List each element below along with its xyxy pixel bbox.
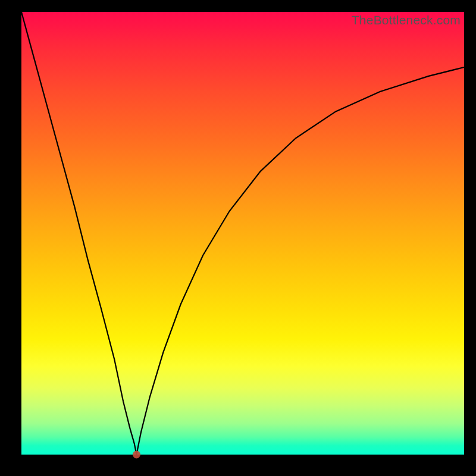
marker-dot	[133, 451, 140, 459]
plot-area: TheBottleneck.com	[21, 12, 464, 455]
curve-right	[136, 67, 464, 455]
curve-svg	[21, 12, 464, 455]
curve-left	[21, 12, 136, 455]
chart-frame: TheBottleneck.com	[0, 0, 476, 476]
